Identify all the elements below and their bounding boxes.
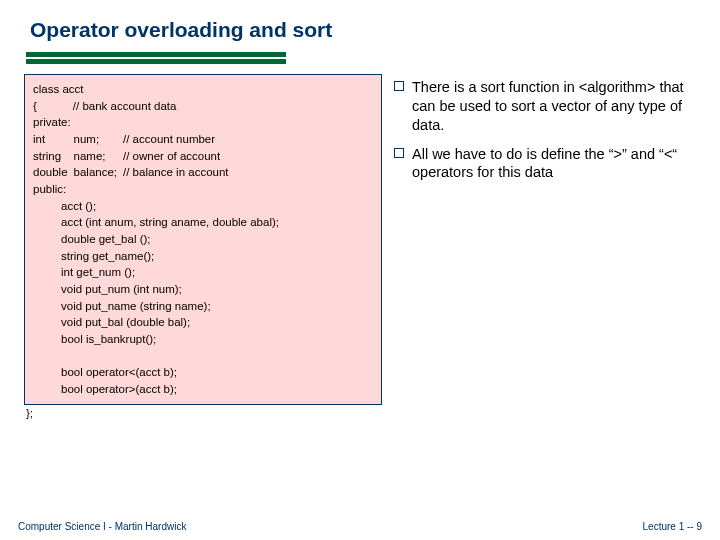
code-line: acct ();	[33, 198, 373, 215]
bullet-text: All we have to do is define the “>” and …	[412, 145, 696, 183]
code-comment: // balance in account	[123, 164, 235, 181]
content-row: class acct { // bank account data privat…	[24, 74, 696, 419]
bullet-square-icon	[394, 148, 404, 158]
bullet-item: All we have to do is define the “>” and …	[394, 145, 696, 183]
code-line: balance;	[74, 164, 123, 181]
footer: Computer Science I - Martin Hardwick Lec…	[18, 521, 702, 532]
code-line: string	[33, 148, 74, 165]
code-comment: // bank account data	[43, 98, 183, 115]
code-col: class acct { // bank account data privat…	[24, 74, 382, 419]
code-line: int	[33, 131, 74, 148]
code-line: string get_name();	[33, 248, 373, 265]
code-line: {	[33, 98, 43, 115]
code-line: int get_num ();	[33, 264, 373, 281]
code-line: void put_bal (double bal);	[33, 314, 373, 331]
code-line: bool is_bankrupt();	[33, 331, 373, 348]
slide-title: Operator overloading and sort	[24, 18, 696, 42]
bullet-text: There is a sort function in <algorithm> …	[412, 78, 696, 135]
code-line	[33, 348, 373, 365]
bullet-square-icon	[394, 81, 404, 91]
code-line: bool operator>(acct b);	[33, 381, 373, 398]
code-comment: // owner of account	[123, 148, 235, 165]
code-line: class acct	[33, 81, 373, 98]
code-line: double	[33, 164, 74, 181]
code-line: void put_name (string name);	[33, 298, 373, 315]
bullet-list: There is a sort function in <algorithm> …	[394, 74, 696, 419]
slide: Operator overloading and sort class acct…	[0, 0, 720, 540]
code-line: };	[26, 407, 382, 419]
code-line: void put_num (int num);	[33, 281, 373, 298]
code-line: name;	[74, 148, 123, 165]
code-line: private:	[33, 114, 373, 131]
bullet-item: There is a sort function in <algorithm> …	[394, 78, 696, 135]
code-line: acct (int anum, string aname, double aba…	[33, 214, 373, 231]
code-line: num;	[74, 131, 123, 148]
code-line: double get_bal ();	[33, 231, 373, 248]
footer-left: Computer Science I - Martin Hardwick	[18, 521, 186, 532]
footer-right: Lecture 1 -- 9	[643, 521, 702, 532]
code-comment: // account number	[123, 131, 235, 148]
title-rule	[26, 52, 286, 66]
code-line: bool operator<(acct b);	[33, 364, 373, 381]
code-box: class acct { // bank account data privat…	[24, 74, 382, 405]
code-line: public:	[33, 181, 373, 198]
